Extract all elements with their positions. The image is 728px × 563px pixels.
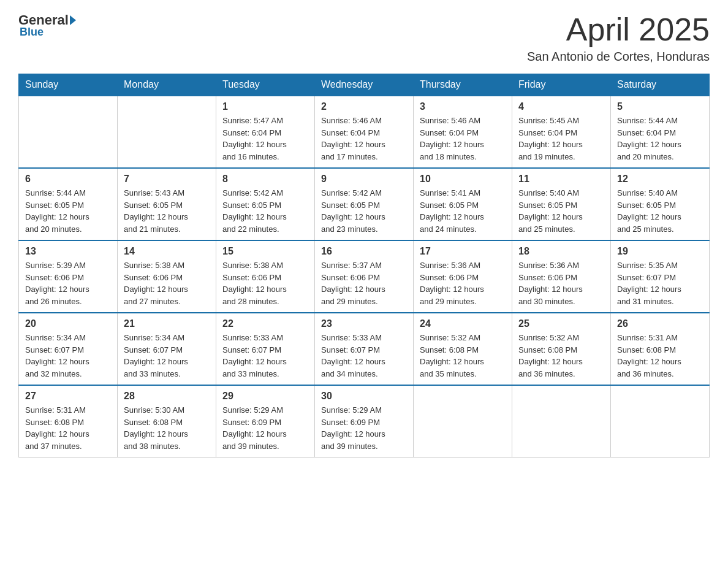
day-cell: 6Sunrise: 5:44 AM Sunset: 6:05 PM Daylig…	[19, 168, 118, 240]
day-info: Sunrise: 5:40 AM Sunset: 6:05 PM Dayligh…	[617, 187, 703, 235]
day-number: 11	[518, 174, 604, 185]
day-number: 26	[617, 318, 703, 329]
day-number: 24	[420, 318, 506, 329]
week-row-1: 6Sunrise: 5:44 AM Sunset: 6:05 PM Daylig…	[19, 168, 710, 240]
logo: General Blue	[18, 12, 77, 39]
day-cell: 25Sunrise: 5:32 AM Sunset: 6:08 PM Dayli…	[512, 313, 611, 385]
col-header-tuesday: Tuesday	[216, 74, 315, 96]
day-number: 15	[222, 246, 308, 257]
day-info: Sunrise: 5:34 AM Sunset: 6:07 PM Dayligh…	[25, 332, 111, 380]
day-number: 30	[321, 391, 407, 402]
day-cell: 9Sunrise: 5:42 AM Sunset: 6:05 PM Daylig…	[315, 168, 414, 240]
day-cell: 8Sunrise: 5:42 AM Sunset: 6:05 PM Daylig…	[216, 168, 315, 240]
day-info: Sunrise: 5:31 AM Sunset: 6:08 PM Dayligh…	[617, 332, 703, 380]
day-info: Sunrise: 5:33 AM Sunset: 6:07 PM Dayligh…	[321, 332, 407, 380]
day-info: Sunrise: 5:34 AM Sunset: 6:07 PM Dayligh…	[124, 332, 210, 380]
day-number: 3	[420, 101, 506, 112]
day-cell	[118, 96, 216, 168]
day-info: Sunrise: 5:42 AM Sunset: 6:05 PM Dayligh…	[222, 187, 308, 235]
title-block: April 2025 San Antonio de Cortes, Hondur…	[527, 12, 710, 64]
day-cell	[19, 96, 118, 168]
day-number: 12	[617, 174, 703, 185]
day-info: Sunrise: 5:35 AM Sunset: 6:07 PM Dayligh…	[617, 259, 703, 307]
day-number: 21	[124, 318, 210, 329]
logo-blue-text: Blue	[20, 26, 44, 39]
logo-arrow-icon	[70, 15, 76, 25]
day-info: Sunrise: 5:32 AM Sunset: 6:08 PM Dayligh…	[518, 332, 604, 380]
day-cell: 3Sunrise: 5:46 AM Sunset: 6:04 PM Daylig…	[414, 96, 512, 168]
day-cell: 11Sunrise: 5:40 AM Sunset: 6:05 PM Dayli…	[512, 168, 611, 240]
day-number: 10	[420, 174, 506, 185]
day-cell	[414, 385, 512, 458]
month-title: April 2025	[527, 12, 710, 47]
day-cell: 1Sunrise: 5:47 AM Sunset: 6:04 PM Daylig…	[216, 96, 315, 168]
day-cell: 19Sunrise: 5:35 AM Sunset: 6:07 PM Dayli…	[611, 240, 710, 313]
day-number: 5	[617, 101, 703, 112]
day-cell: 28Sunrise: 5:30 AM Sunset: 6:08 PM Dayli…	[118, 385, 216, 458]
day-number: 25	[518, 318, 604, 329]
day-cell: 2Sunrise: 5:46 AM Sunset: 6:04 PM Daylig…	[315, 96, 414, 168]
day-info: Sunrise: 5:33 AM Sunset: 6:07 PM Dayligh…	[222, 332, 308, 380]
day-number: 16	[321, 246, 407, 257]
day-cell: 7Sunrise: 5:43 AM Sunset: 6:05 PM Daylig…	[118, 168, 216, 240]
day-cell: 23Sunrise: 5:33 AM Sunset: 6:07 PM Dayli…	[315, 313, 414, 385]
day-number: 13	[25, 246, 111, 257]
day-info: Sunrise: 5:31 AM Sunset: 6:08 PM Dayligh…	[25, 404, 111, 452]
day-cell: 5Sunrise: 5:44 AM Sunset: 6:04 PM Daylig…	[611, 96, 710, 168]
col-header-monday: Monday	[118, 74, 216, 96]
day-number: 22	[222, 318, 308, 329]
day-info: Sunrise: 5:37 AM Sunset: 6:06 PM Dayligh…	[321, 259, 407, 307]
day-info: Sunrise: 5:40 AM Sunset: 6:05 PM Dayligh…	[518, 187, 604, 235]
day-number: 7	[124, 174, 210, 185]
col-header-wednesday: Wednesday	[315, 74, 414, 96]
day-info: Sunrise: 5:38 AM Sunset: 6:06 PM Dayligh…	[222, 259, 308, 307]
day-info: Sunrise: 5:46 AM Sunset: 6:04 PM Dayligh…	[321, 115, 407, 163]
day-number: 23	[321, 318, 407, 329]
day-cell: 26Sunrise: 5:31 AM Sunset: 6:08 PM Dayli…	[611, 313, 710, 385]
day-info: Sunrise: 5:30 AM Sunset: 6:08 PM Dayligh…	[124, 404, 210, 452]
day-cell: 16Sunrise: 5:37 AM Sunset: 6:06 PM Dayli…	[315, 240, 414, 313]
day-info: Sunrise: 5:42 AM Sunset: 6:05 PM Dayligh…	[321, 187, 407, 235]
day-number: 4	[518, 101, 604, 112]
day-number: 6	[25, 174, 111, 185]
day-cell: 24Sunrise: 5:32 AM Sunset: 6:08 PM Dayli…	[414, 313, 512, 385]
day-info: Sunrise: 5:32 AM Sunset: 6:08 PM Dayligh…	[420, 332, 506, 380]
day-number: 1	[222, 101, 308, 112]
day-info: Sunrise: 5:45 AM Sunset: 6:04 PM Dayligh…	[518, 115, 604, 163]
day-info: Sunrise: 5:36 AM Sunset: 6:06 PM Dayligh…	[518, 259, 604, 307]
location-text: San Antonio de Cortes, Honduras	[527, 50, 710, 64]
day-number: 18	[518, 246, 604, 257]
day-cell	[512, 385, 611, 458]
day-info: Sunrise: 5:44 AM Sunset: 6:05 PM Dayligh…	[25, 187, 111, 235]
page-header: General Blue April 2025 San Antonio de C…	[18, 12, 710, 64]
day-number: 9	[321, 174, 407, 185]
week-row-4: 27Sunrise: 5:31 AM Sunset: 6:08 PM Dayli…	[19, 385, 710, 458]
day-cell: 21Sunrise: 5:34 AM Sunset: 6:07 PM Dayli…	[118, 313, 216, 385]
calendar-table: SundayMondayTuesdayWednesdayThursdayFrid…	[18, 74, 710, 458]
day-number: 8	[222, 174, 308, 185]
day-cell: 18Sunrise: 5:36 AM Sunset: 6:06 PM Dayli…	[512, 240, 611, 313]
day-number: 27	[25, 391, 111, 402]
day-info: Sunrise: 5:39 AM Sunset: 6:06 PM Dayligh…	[25, 259, 111, 307]
day-info: Sunrise: 5:41 AM Sunset: 6:05 PM Dayligh…	[420, 187, 506, 235]
calendar-header-row: SundayMondayTuesdayWednesdayThursdayFrid…	[19, 74, 710, 96]
day-number: 20	[25, 318, 111, 329]
day-cell: 12Sunrise: 5:40 AM Sunset: 6:05 PM Dayli…	[611, 168, 710, 240]
day-number: 29	[222, 391, 308, 402]
day-number: 2	[321, 101, 407, 112]
day-info: Sunrise: 5:38 AM Sunset: 6:06 PM Dayligh…	[124, 259, 210, 307]
day-info: Sunrise: 5:36 AM Sunset: 6:06 PM Dayligh…	[420, 259, 506, 307]
day-cell: 27Sunrise: 5:31 AM Sunset: 6:08 PM Dayli…	[19, 385, 118, 458]
col-header-friday: Friday	[512, 74, 611, 96]
day-info: Sunrise: 5:29 AM Sunset: 6:09 PM Dayligh…	[321, 404, 407, 452]
day-cell	[611, 385, 710, 458]
day-info: Sunrise: 5:47 AM Sunset: 6:04 PM Dayligh…	[222, 115, 308, 163]
day-cell: 29Sunrise: 5:29 AM Sunset: 6:09 PM Dayli…	[216, 385, 315, 458]
week-row-2: 13Sunrise: 5:39 AM Sunset: 6:06 PM Dayli…	[19, 240, 710, 313]
week-row-3: 20Sunrise: 5:34 AM Sunset: 6:07 PM Dayli…	[19, 313, 710, 385]
day-number: 17	[420, 246, 506, 257]
day-cell: 17Sunrise: 5:36 AM Sunset: 6:06 PM Dayli…	[414, 240, 512, 313]
week-row-0: 1Sunrise: 5:47 AM Sunset: 6:04 PM Daylig…	[19, 96, 710, 168]
day-cell: 20Sunrise: 5:34 AM Sunset: 6:07 PM Dayli…	[19, 313, 118, 385]
day-number: 28	[124, 391, 210, 402]
